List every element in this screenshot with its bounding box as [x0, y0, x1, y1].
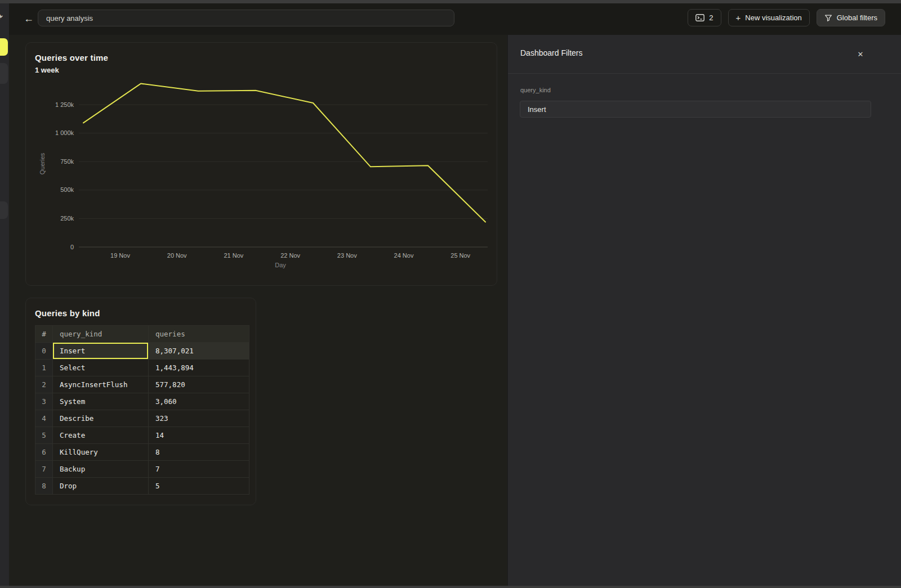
y-tick-label: 750k: [60, 158, 74, 165]
filter-field-label: query_kind: [520, 87, 551, 93]
table-row: 1Select1,443,894: [35, 360, 249, 376]
back-arrow-icon: ←: [24, 13, 34, 25]
filters-panel-title: Dashboard Filters: [520, 48, 583, 57]
table-row: 3System3,060: [35, 393, 249, 410]
topbar-actions: 2 + New visualization Global filters: [688, 9, 885, 26]
table-row: 4Describe323: [35, 410, 249, 427]
close-icon[interactable]: ✕: [854, 47, 867, 61]
row-index-cell: 0: [35, 343, 53, 360]
queries-series-line: [83, 84, 485, 222]
sidebar-item[interactable]: [0, 201, 8, 219]
query-kind-cell[interactable]: Backup: [53, 461, 149, 478]
queries-by-kind-table: #query_kindqueries0Insert8,307,0211Selec…: [35, 325, 249, 495]
queries-line-chart: 0250k500k750k1 000k1 250k19 Nov20 Nov21 …: [26, 43, 497, 285]
row-index-cell: 3: [35, 393, 53, 410]
back-button[interactable]: ←: [21, 11, 36, 26]
topbar: ← 2 + New visualization: [9, 3, 901, 35]
y-tick-label: 250k: [60, 215, 74, 222]
row-index-cell: 7: [35, 461, 53, 478]
query-kind-cell[interactable]: Create: [53, 427, 149, 444]
window-edge-bottom: [0, 586, 901, 588]
y-axis-label: Queries: [39, 152, 46, 174]
query-kind-cell[interactable]: KillQuery: [53, 444, 149, 461]
query-kind-cell[interactable]: AsyncInsertFlush: [53, 376, 149, 393]
x-tick-label: 22 Nov: [280, 252, 300, 259]
queries-value-cell[interactable]: 8,307,021: [149, 343, 249, 360]
sidebar: ⟳: [0, 3, 9, 586]
queries-value-cell[interactable]: 3,060: [149, 393, 249, 410]
x-tick-label: 23 Nov: [337, 252, 357, 259]
column-header-index: #: [35, 326, 53, 343]
query-kind-cell[interactable]: System: [53, 393, 149, 410]
x-axis-label: Day: [275, 262, 286, 268]
column-header-query_kind: query_kind: [53, 326, 149, 343]
dashboard-title-input[interactable]: [38, 10, 454, 26]
query-kind-cell[interactable]: Describe: [53, 410, 149, 427]
queries-value-cell[interactable]: 7: [149, 461, 249, 478]
dashboard-filters-panel: Dashboard Filters ✕ query_kind: [507, 35, 901, 586]
queries-value-cell[interactable]: 577,820: [149, 376, 249, 393]
table-row: 8Drop5: [35, 478, 249, 495]
y-tick-label: 0: [70, 244, 74, 250]
dashboard-window: ⟳ ← 2 + New visualization: [0, 0, 901, 588]
table-row: 5Create14: [35, 427, 249, 444]
new-visualization-button[interactable]: + New visualization: [728, 9, 810, 26]
row-index-cell: 1: [35, 360, 53, 376]
x-tick-label: 25 Nov: [450, 252, 470, 259]
queries-by-kind-card: Queries by kind #query_kindqueries0Inser…: [25, 298, 256, 505]
table-row: 7Backup7: [35, 461, 249, 478]
queries-value-cell[interactable]: 5: [149, 478, 249, 495]
table-title: Queries by kind: [35, 308, 100, 318]
filters-panel-header: Dashboard Filters ✕: [508, 35, 901, 74]
x-tick-label: 19 Nov: [110, 252, 130, 259]
table-header-row: #query_kindqueries: [35, 326, 249, 343]
table-row: 2AsyncInsertFlush577,820: [35, 376, 249, 393]
table-row: 6KillQuery8: [35, 444, 249, 461]
query-kind-cell[interactable]: Select: [53, 360, 149, 376]
console-count-button[interactable]: 2: [688, 9, 721, 26]
y-tick-label: 1 000k: [55, 129, 74, 136]
queries-over-time-card: Queries over time 1 week 0250k500k750k1 …: [25, 42, 497, 286]
y-tick-label: 1 250k: [55, 101, 74, 108]
y-tick-label: 500k: [60, 186, 74, 193]
plus-icon: +: [736, 13, 741, 23]
query-kind-filter-input[interactable]: [520, 101, 871, 118]
console-count: 2: [709, 14, 713, 22]
query-kind-cell[interactable]: Insert: [53, 343, 149, 360]
row-index-cell: 5: [35, 427, 53, 444]
queries-value-cell[interactable]: 1,443,894: [149, 360, 249, 376]
row-index-cell: 2: [35, 376, 53, 393]
queries-value-cell[interactable]: 8: [149, 444, 249, 461]
x-tick-label: 24 Nov: [394, 252, 414, 259]
queries-value-cell[interactable]: 323: [149, 410, 249, 427]
new-visualization-label: New visualization: [745, 14, 801, 22]
sidebar-item-active[interactable]: [0, 38, 8, 56]
refresh-icon[interactable]: ⟳: [0, 11, 3, 23]
global-filters-label: Global filters: [837, 14, 877, 22]
column-header-queries: queries: [149, 326, 249, 343]
global-filters-button[interactable]: Global filters: [817, 9, 885, 26]
row-index-cell: 6: [35, 444, 53, 461]
funnel-icon: [824, 14, 832, 22]
x-tick-label: 20 Nov: [167, 252, 187, 259]
sidebar-item[interactable]: [0, 63, 8, 84]
x-tick-label: 21 Nov: [224, 252, 243, 259]
queries-value-cell[interactable]: 14: [149, 427, 249, 444]
console-icon: [695, 14, 704, 21]
row-index-cell: 4: [35, 410, 53, 427]
row-index-cell: 8: [35, 478, 53, 495]
table-row: 0Insert8,307,021: [35, 343, 249, 360]
query-kind-cell[interactable]: Drop: [53, 478, 149, 495]
